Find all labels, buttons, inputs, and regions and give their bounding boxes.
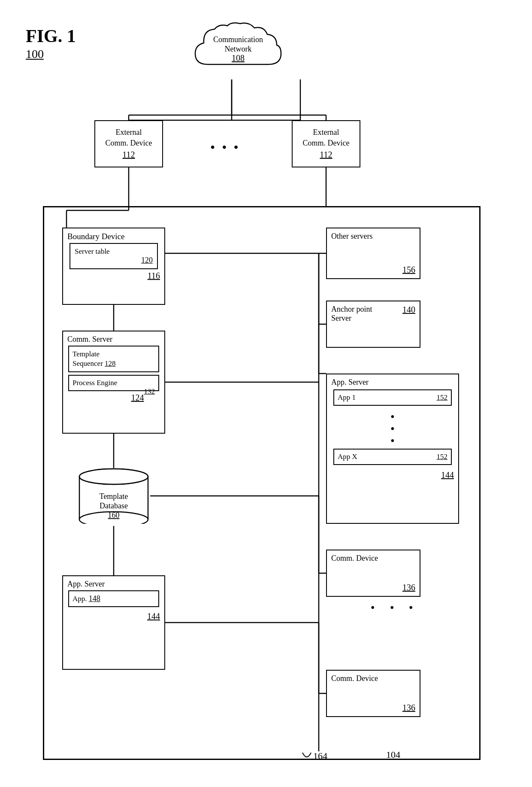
app1-box: App 1 152 — [333, 389, 452, 406]
app1-label: App 1 — [338, 393, 356, 402]
cloud-shape: Communication Network 108 — [191, 21, 285, 77]
ellipsis-between-devices: • • • — [210, 140, 240, 155]
svg-text:160: 160 — [108, 511, 120, 520]
appx-id: 152 — [437, 453, 448, 461]
ext-device-left-id: 112 — [122, 149, 135, 161]
app-server-left-title: App. Server — [63, 576, 164, 590]
appx-box: App X 152 — [333, 449, 452, 465]
appx-label: App X — [338, 453, 357, 461]
fig-label: FIG. 1 — [26, 26, 76, 46]
other-servers-box: Other servers 156 — [326, 228, 420, 279]
template-seq-label: TemplateSequencer 128 — [73, 349, 155, 368]
svg-text:Communication: Communication — [213, 35, 263, 44]
ext-comm-device-right: External Comm. Device 112 — [292, 120, 360, 167]
ext-device-right-id: 112 — [320, 149, 332, 161]
svg-text:Network: Network — [225, 45, 252, 53]
anchor-server-id: 140 — [402, 305, 415, 315]
ext-comm-device-left: External Comm. Device 112 — [94, 120, 163, 167]
comm-device-top-label: Comm. Device — [331, 554, 415, 563]
app-label: App. — [73, 595, 87, 603]
app-server-right-box: App. Server App 1 152 ••• App X 152 144 — [326, 374, 459, 524]
svg-text:Template: Template — [100, 492, 128, 501]
comm-device-bottom-box: Comm. Device 136 — [326, 670, 420, 717]
vertical-dots: ••• — [363, 605, 420, 613]
comm-device-bottom-label: Comm. Device — [331, 674, 415, 683]
svg-text:108: 108 — [232, 53, 245, 63]
app1-id: 152 — [437, 393, 448, 402]
template-database: Template Database 160 — [66, 464, 161, 524]
label-164: 164 — [313, 751, 327, 762]
system-id-label: 104 — [386, 749, 400, 760]
server-table-box: Server table 120 — [70, 243, 158, 269]
ext-device-right-line2: Comm. Device — [303, 138, 350, 149]
app-server-right-title: App. Server — [327, 374, 458, 389]
anchor-server-box: Anchor pointServer 140 — [326, 301, 420, 348]
cloud-network: Communication Network 108 — [184, 21, 292, 77]
boundary-device-title: Boundary Device — [63, 228, 164, 243]
app-server-right-id: 144 — [327, 468, 458, 482]
template-seq-id: 128 — [105, 359, 116, 368]
process-engine-box: Process Engine132 — [68, 375, 159, 391]
app-server-left-id: 144 — [63, 610, 164, 623]
ext-device-left-line1: External — [116, 127, 142, 138]
ext-device-right-line1: External — [313, 127, 339, 138]
boundary-device-id: 116 — [63, 269, 164, 283]
cylinder-shape: Template Database 160 — [75, 464, 152, 524]
comm-server-box: Comm. Server TemplateSequencer 128 Proce… — [62, 331, 165, 434]
boundary-device-box: Boundary Device Server table 120 116 — [62, 228, 165, 305]
process-engine-label: Process Engine132 — [73, 379, 155, 387]
comm-device-top-id: 136 — [331, 583, 415, 593]
app-server-left-box: App. Server App. 148 144 — [62, 575, 165, 670]
fig-number: 100 — [26, 47, 44, 61]
comm-device-bottom-id: 136 — [331, 703, 415, 713]
comm-device-top-box: Comm. Device 136 — [326, 550, 420, 597]
other-servers-id: 156 — [331, 265, 415, 275]
server-table-id: 120 — [75, 256, 153, 265]
anchor-server-label: Anchor pointServer — [331, 305, 372, 323]
ext-device-left-line2: Comm. Device — [106, 138, 152, 149]
comm-server-title: Comm. Server — [63, 331, 164, 346]
svg-text:Database: Database — [100, 501, 128, 510]
svg-line-6 — [129, 79, 206, 120]
server-table-label: Server table — [75, 247, 153, 256]
process-engine-id: 132 — [144, 387, 155, 396]
other-servers-label: Other servers — [331, 232, 415, 241]
app-inner-box: App. 148 — [68, 590, 159, 607]
app-id: 148 — [89, 594, 100, 603]
app-dots: ••• — [327, 409, 458, 449]
template-sequencer-box: TemplateSequencer 128 — [68, 346, 159, 372]
